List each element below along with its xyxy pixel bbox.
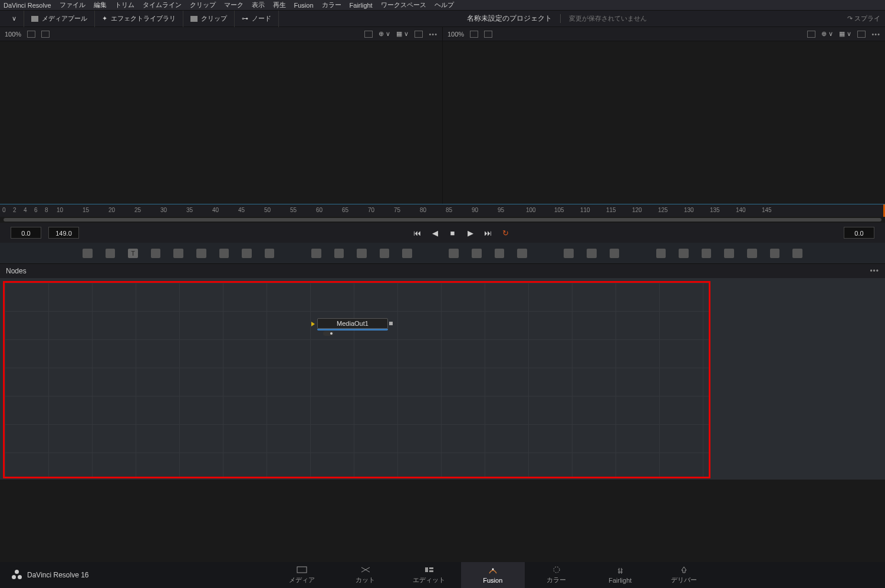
first-frame-button[interactable]: ⏮: [412, 228, 423, 237]
menu-color[interactable]: カラー: [322, 1, 341, 9]
node-view-toggle[interactable]: [323, 331, 334, 336]
menu-timeline[interactable]: タイムライン: [143, 1, 182, 9]
timecode-end[interactable]: 149.0: [48, 227, 79, 239]
menu-workspace[interactable]: ワークスペース: [381, 1, 426, 9]
menu-edit[interactable]: 編集: [94, 1, 107, 9]
merge3d-tool-icon[interactable]: [792, 249, 802, 258]
rect-icon[interactable]: [857, 31, 866, 38]
page-tab-color[interactable]: カラー: [525, 562, 588, 588]
nodes-panel-menu-icon[interactable]: •••: [870, 267, 879, 275]
time-ruler[interactable]: 0246810152025303540455055606570758085909…: [0, 204, 885, 217]
pemitter-tool-icon[interactable]: [610, 249, 620, 258]
toolbar-dropdown[interactable]: ∨: [5, 11, 24, 27]
split-icon[interactable]: [484, 31, 492, 38]
clips-button[interactable]: クリップ: [183, 11, 235, 27]
menu-mark[interactable]: マーク: [224, 1, 244, 9]
play-reverse-button[interactable]: ◀: [430, 228, 440, 237]
viewer-left-canvas[interactable]: [0, 41, 442, 204]
rectangle-mask-icon[interactable]: [449, 249, 459, 258]
node-input-icon[interactable]: [311, 322, 315, 326]
timecode-start[interactable]: 0.0: [11, 227, 41, 239]
brightness-tool-icon[interactable]: [242, 249, 252, 258]
time-scrollbar[interactable]: [0, 217, 885, 223]
prender-tool-icon[interactable]: [587, 249, 597, 258]
ruler-tick: 60: [316, 207, 323, 213]
loop-button[interactable]: ↻: [501, 228, 511, 237]
merge-tool-icon[interactable]: [311, 249, 321, 258]
fairlight-page-icon: [615, 567, 626, 575]
ruler-tick: 30: [160, 207, 167, 213]
stereo-icon[interactable]: [470, 31, 478, 38]
imageplane3d-tool-icon[interactable]: [656, 249, 666, 258]
menu-fairlight[interactable]: Fairlight: [350, 2, 373, 9]
resize-tool-icon[interactable]: [380, 249, 390, 258]
paint-tool-icon[interactable]: [151, 249, 161, 258]
rect-icon[interactable]: [414, 31, 423, 38]
shape3d-tool-icon[interactable]: [679, 249, 689, 258]
media-pool-button[interactable]: メディアプール: [24, 11, 95, 27]
fit-icon[interactable]: [807, 31, 815, 38]
tracker-tool-icon[interactable]: [173, 249, 183, 258]
ruler-tick: 6: [34, 207, 38, 213]
menu-clip[interactable]: クリップ: [190, 1, 216, 9]
page-tab-cut[interactable]: カット: [334, 562, 397, 588]
polygon-mask-icon[interactable]: [495, 249, 505, 258]
page-tab-edit[interactable]: エディット: [397, 562, 461, 588]
node-graph[interactable]: MediaOut1: [0, 278, 885, 480]
more-icon[interactable]: •••: [871, 31, 880, 38]
last-frame-button[interactable]: ⏭: [483, 228, 494, 237]
more-icon[interactable]: •••: [429, 31, 437, 38]
svg-point-4: [492, 568, 494, 570]
menu-playback[interactable]: 再生: [273, 1, 286, 9]
viewer-right-zoom[interactable]: 100%: [448, 31, 464, 38]
play-button[interactable]: ▶: [465, 228, 476, 237]
viewer-left-zoom[interactable]: 100%: [5, 31, 21, 38]
color-page-icon: [551, 566, 562, 574]
mediaout-node[interactable]: MediaOut1: [317, 318, 388, 331]
text-tool-icon[interactable]: T: [128, 249, 138, 258]
page-tab-fusion[interactable]: Fusion: [461, 562, 525, 588]
page-tab-fairlight[interactable]: Fairlight: [588, 562, 652, 588]
ruler-tick: 4: [24, 207, 27, 213]
light-tool-icon[interactable]: [770, 249, 780, 258]
nodes-panel-title: Nodes: [6, 267, 27, 275]
effects-library-button[interactable]: ✦エフェクトライブラリ: [95, 11, 183, 27]
split-icon[interactable]: [41, 31, 50, 38]
menu-view[interactable]: 表示: [252, 1, 265, 9]
fastnoise-tool-icon[interactable]: [106, 249, 116, 258]
render3d-tool-icon[interactable]: [747, 249, 757, 258]
top-toolbar: ∨ メディアプール ✦エフェクトライブラリ クリップ ⊶ノード 名称未設定のプロ…: [0, 11, 885, 27]
particles-tool-icon[interactable]: [564, 249, 574, 258]
menu-help[interactable]: ヘルプ: [435, 1, 454, 9]
ellipse-mask-icon[interactable]: [472, 249, 482, 258]
grid-icon[interactable]: ▦ ∨: [839, 30, 851, 38]
viewer-right-canvas[interactable]: [443, 41, 885, 204]
colorcorrector-tool-icon[interactable]: [196, 249, 206, 258]
menu-trim[interactable]: トリム: [115, 1, 134, 9]
mattecontrol-tool-icon[interactable]: [357, 249, 367, 258]
node-output-icon[interactable]: [389, 322, 393, 325]
blur-tool-icon[interactable]: [219, 249, 229, 258]
menu-fusion[interactable]: Fusion: [294, 2, 314, 9]
timecode-current[interactable]: 0.0: [844, 227, 874, 239]
globe-icon[interactable]: ⊕ ∨: [379, 30, 390, 38]
drop-tool-icon[interactable]: [265, 249, 275, 258]
menu-file[interactable]: ファイル: [60, 1, 85, 9]
spline-button[interactable]: ↷ スプライ: [847, 14, 880, 23]
stop-button[interactable]: ■: [448, 228, 458, 237]
background-tool-icon[interactable]: [83, 249, 93, 258]
ruler-tick: 40: [212, 207, 219, 213]
transform-tool-icon[interactable]: [402, 249, 412, 258]
page-tab-deliver[interactable]: デリバー: [652, 562, 716, 588]
grid-icon[interactable]: ▦ ∨: [396, 30, 409, 38]
nodes-button[interactable]: ⊶ノード: [235, 11, 279, 27]
stereo-icon[interactable]: [27, 31, 35, 38]
bspline-mask-icon[interactable]: [517, 249, 527, 258]
fit-icon[interactable]: [364, 31, 373, 38]
text3d-tool-icon[interactable]: [702, 249, 712, 258]
camera3d-tool-icon[interactable]: [724, 249, 734, 258]
page-switcher: DaVinci Resolve 16 メディア カット エディット Fusion…: [0, 562, 885, 588]
channelbool-tool-icon[interactable]: [334, 249, 344, 258]
page-tab-media[interactable]: メディア: [270, 562, 334, 588]
globe-icon[interactable]: ⊕ ∨: [821, 30, 833, 38]
